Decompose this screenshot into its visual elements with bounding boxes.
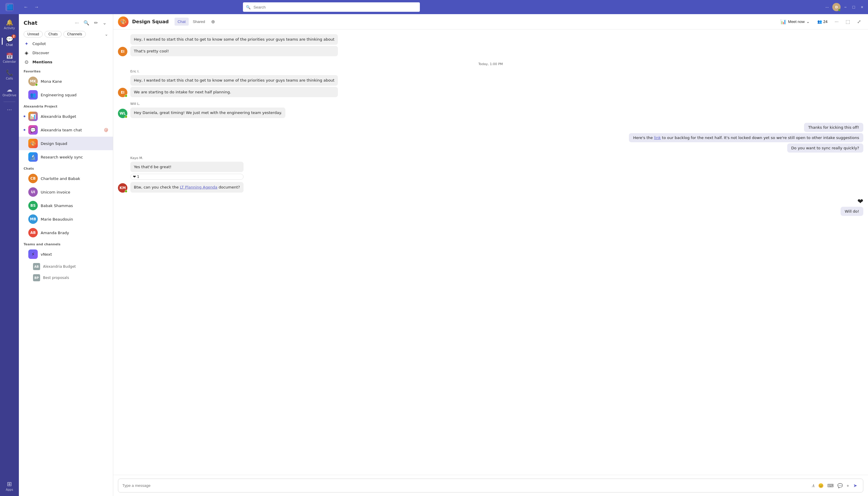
minimize-button[interactable]: − — [842, 3, 849, 11]
close-button[interactable]: × — [858, 3, 866, 11]
table-row: WL Will L. Hey Daniela, great timing! We… — [118, 102, 863, 118]
msg-sender-wl: Will L. — [130, 102, 285, 106]
new-chat-button[interactable]: ✏ — [92, 19, 100, 27]
list-item-design-squad[interactable]: 🎨 Design Squad — [19, 137, 113, 150]
sidebar-item-apps[interactable]: ⊞ Apps — [2, 478, 17, 494]
list-item-unicorn[interactable]: UI Unicorn invoice — [19, 185, 113, 199]
list-item-alex-budget[interactable]: 📊 Alexandria Budget — [19, 110, 113, 123]
msg-bubble: Hey, I wanted to start this chat to get … — [130, 34, 338, 45]
sidebar-item-calls[interactable]: 📞 Calls — [2, 67, 17, 82]
participants-button[interactable]: 👥 24 — [815, 18, 830, 26]
search-input[interactable] — [243, 2, 420, 12]
avatar-msg-ei2: EI — [118, 88, 128, 97]
msg-bubble-will-do: Will do! — [841, 207, 863, 216]
avatar[interactable]: D — [832, 3, 841, 11]
gif-button[interactable]: ⌨ — [826, 482, 835, 489]
msg-bubble: Hey, I wanted to start this chat to get … — [130, 75, 338, 86]
reaction-heart[interactable]: ❤ 1 — [130, 174, 243, 180]
avatar-best-proposals: BP — [33, 274, 40, 281]
avatar-msg-km: KM — [118, 183, 128, 192]
list-item-alex-chat[interactable]: 💬 Alexandria team chat @ — [19, 123, 113, 137]
list-item-charlotte[interactable]: CB Charlotte and Babak — [19, 172, 113, 185]
list-item-vnext[interactable]: ⚡ vNext — [19, 247, 113, 261]
more-button[interactable]: ··· — [4, 104, 14, 115]
svg-text:🟦: 🟦 — [7, 4, 14, 11]
list-item-eng-squad[interactable]: 👥 Engineering squad — [19, 88, 113, 102]
chat-name-vnext: vNext — [41, 252, 108, 257]
sidebar-more-button[interactable]: ··· — [73, 19, 80, 27]
chat-sidebar: Chat ··· 🔍 ✏ ⌄ Unread Chats Channels ⌄ ✦… — [19, 14, 113, 496]
chat-main: 🎨 Design Squad Chat Shared ⊕ 📊 Meet now … — [113, 14, 868, 496]
message-input-area: 𝐴 😊 ⌨ 💬 + ➤ — [113, 475, 868, 496]
filter-more-chevron[interactable]: ⌄ — [105, 32, 108, 36]
chat-name-charlotte: Charlotte and Babak — [41, 176, 108, 181]
sidebar-item-mentions[interactable]: ⊙ Mentions — [19, 58, 113, 66]
status-dot-mona — [35, 83, 38, 86]
sidebar-item-onedrive[interactable]: ☁ OneDrive — [2, 84, 17, 99]
emoji-button[interactable]: 😊 — [817, 482, 825, 489]
format-button[interactable]: 𝐴 — [811, 482, 816, 489]
back-button[interactable]: ← — [21, 3, 31, 12]
list-item-mona[interactable]: MK Mona Kane — [19, 75, 113, 88]
sidebar-list: ✦ Copilot ◈ Discover ⊙ Mentions Favorite… — [19, 39, 113, 496]
avatar-mona: MK — [28, 77, 38, 86]
sidebar-item-discover[interactable]: ◈ Discover — [19, 48, 113, 58]
chat-more-button[interactable]: ··· — [832, 17, 841, 26]
calls-label: Calls — [6, 77, 13, 80]
list-item-best-proposals[interactable]: BP Best proposals — [19, 272, 113, 283]
sidebar-item-chat[interactable]: 2 💬 Chat — [2, 33, 17, 49]
chat-header-avatar: 🎨 — [118, 16, 129, 27]
status-dot — [125, 115, 128, 118]
discover-label: Discover — [32, 51, 49, 55]
filter-chats[interactable]: Chats — [45, 31, 61, 37]
forward-button[interactable]: → — [32, 3, 41, 12]
list-item-alex-budget2[interactable]: AB Alexandria Budget — [19, 261, 113, 272]
send-button[interactable]: ➤ — [852, 482, 859, 489]
sidebar-search-button[interactable]: 🔍 — [82, 19, 91, 27]
sidebar-actions: ··· 🔍 ✏ ⌄ — [73, 19, 108, 27]
sidebar-chevron-button[interactable]: ⌄ — [101, 19, 108, 27]
meet-now-icon: 📊 — [780, 19, 786, 25]
message-input[interactable] — [122, 483, 808, 488]
avatar-research: 🔬 — [28, 152, 38, 162]
table-row: KM Kayo M. Yes that'd be great! ❤ 1 Btw,… — [118, 156, 863, 192]
chat-name-unicorn: Unicorn invoice — [41, 190, 108, 195]
sidebar-item-calendar[interactable]: 📅 Calendar — [2, 50, 17, 66]
emoji-response: ❤️ — [857, 197, 863, 205]
teams-label: Teams and channels — [19, 239, 113, 247]
list-item-amanda[interactable]: AB Amanda Brady — [19, 226, 113, 239]
participants-count: 24 — [823, 19, 827, 24]
attach-button[interactable]: + — [845, 482, 850, 489]
meet-now-button[interactable]: 📊 Meet now ⌄ — [778, 17, 812, 26]
copilot-label: Copilot — [32, 42, 46, 46]
apps-label: Apps — [6, 488, 13, 491]
onedrive-icon: ☁ — [6, 86, 12, 93]
sidebar-item-activity[interactable]: 🔔 Activity — [2, 16, 17, 32]
list-item-babak[interactable]: BS Babak Shammas — [19, 199, 113, 212]
favorites-label: Favorites — [19, 66, 113, 75]
chat-popout-button[interactable]: ⬚ — [843, 17, 852, 26]
tab-chat[interactable]: Chat — [175, 18, 189, 26]
msg-content-ei2: Eric I. Hey, I wanted to start this chat… — [130, 69, 338, 97]
more-options-button[interactable]: ··· — [823, 3, 831, 11]
table-row: EI Eric I. Hey, I wanted to start this c… — [118, 69, 863, 97]
maximize-button[interactable]: □ — [850, 3, 857, 11]
calendar-label: Calendar — [3, 60, 16, 63]
activity-label: Activity — [4, 27, 15, 30]
mentions-label: Mentions — [32, 60, 53, 64]
sidebar-title: Chat — [24, 20, 38, 26]
tab-add-button[interactable]: ⊕ — [209, 18, 217, 26]
avatar-marie: MB — [28, 214, 38, 224]
chat-fullscreen-button[interactable]: ⤢ — [855, 17, 863, 26]
filter-channels[interactable]: Channels — [63, 31, 86, 37]
filter-unread[interactable]: Unread — [24, 31, 43, 37]
list-item-research[interactable]: 🔬 Research weekly sync — [19, 150, 113, 164]
titlebar: 🟦 ← → 🔍 ··· D − □ × — [0, 0, 868, 14]
chat-name-research: Research weekly sync — [41, 155, 108, 159]
list-item-marie[interactable]: MB Marie Beaudouin — [19, 212, 113, 226]
bullet-alex-budget — [24, 115, 25, 117]
tab-shared[interactable]: Shared — [190, 18, 208, 26]
sticker-button[interactable]: 💬 — [836, 482, 844, 489]
sidebar-item-copilot[interactable]: ✦ Copilot — [19, 39, 113, 48]
teams-logo: 🟦 — [0, 3, 19, 11]
